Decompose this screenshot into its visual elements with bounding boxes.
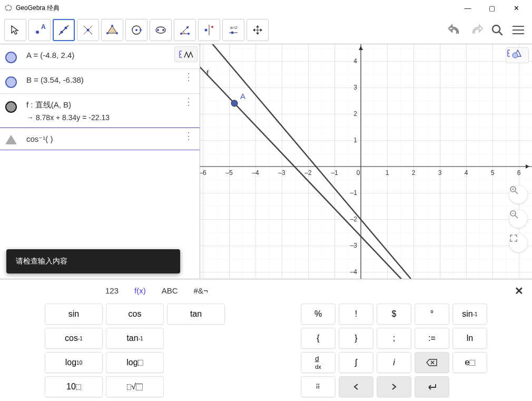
- redo-button[interactable]: [467, 21, 486, 40]
- svg-text:–4: –4: [252, 169, 259, 177]
- tool-circle[interactable]: [125, 19, 147, 41]
- key-cos[interactable]: cos: [106, 304, 164, 325]
- window-minimize-button[interactable]: —: [460, 4, 475, 12]
- key-factorial[interactable]: !: [339, 304, 373, 325]
- svg-point-10: [65, 26, 67, 29]
- key-matrix[interactable]: ⠿: [301, 376, 336, 397]
- visibility-toggle-icon[interactable]: [5, 52, 17, 63]
- graph-canvas[interactable]: –6–5–4–3–2–10123456 4321–1–2–3–4 f A: [200, 44, 532, 279]
- svg-line-36: [499, 32, 502, 35]
- svg-text:3: 3: [438, 169, 442, 177]
- key-lbrace[interactable]: {: [301, 328, 336, 349]
- algebra-panel: A = (-4.8, 2.4) B = (3.54, -6.38) ⋮ f : …: [0, 44, 200, 279]
- key-atan[interactable]: tan-1: [106, 328, 164, 349]
- row-menu-button[interactable]: ⋮: [184, 134, 193, 138]
- svg-point-28: [205, 28, 208, 31]
- row-menu-button[interactable]: ⋮: [184, 100, 193, 104]
- window-close-button[interactable]: ✕: [509, 4, 524, 12]
- key-right[interactable]: [377, 376, 411, 397]
- search-button[interactable]: [488, 21, 507, 40]
- undo-button[interactable]: [446, 21, 465, 40]
- tool-angle[interactable]: [174, 19, 196, 41]
- svg-text:4: 4: [465, 169, 468, 177]
- algebra-row-f[interactable]: f : 直线(A, B) → 8.78x + 8.34y = -22.13 ⋮: [0, 94, 200, 128]
- graphics-style-button[interactable]: [506, 47, 529, 63]
- kbd-close-button[interactable]: ✕: [515, 285, 524, 297]
- svg-text:–2: –2: [350, 216, 358, 223]
- svg-point-13: [87, 28, 90, 31]
- algebra-row-b[interactable]: B = (3.54, -6.38) ⋮: [0, 69, 200, 94]
- key-degree[interactable]: °: [415, 304, 449, 325]
- window-title: GeoGebra 经典: [16, 4, 60, 13]
- key-rbrace[interactable]: }: [339, 328, 373, 349]
- algebra-input-text[interactable]: cos⁻¹( ): [26, 133, 53, 144]
- key-sin[interactable]: sin: [45, 304, 103, 325]
- tool-slider[interactable]: a=2: [222, 19, 244, 41]
- svg-text:5: 5: [491, 169, 495, 177]
- svg-text:3: 3: [353, 84, 357, 91]
- tool-point[interactable]: A: [28, 19, 51, 41]
- visibility-toggle-icon[interactable]: [5, 101, 17, 113]
- key-assign[interactable]: :=: [415, 328, 449, 349]
- key-ln[interactable]: ln: [452, 328, 487, 349]
- svg-text:–1: –1: [350, 189, 358, 197]
- svg-text:–3: –3: [278, 169, 285, 177]
- tool-reflect[interactable]: [198, 19, 220, 41]
- key-enter[interactable]: [415, 376, 449, 397]
- window-maximize-button[interactable]: ▢: [485, 4, 499, 12]
- svg-point-15: [111, 25, 113, 27]
- key-epow[interactable]: e: [452, 352, 487, 373]
- key-log10[interactable]: log10: [45, 352, 103, 373]
- key-semicolon[interactable]: ;: [377, 328, 411, 349]
- svg-point-17: [106, 32, 109, 34]
- visibility-toggle-icon[interactable]: [5, 76, 17, 88]
- key-grid: sin cos tan % ! $ ° sin-1 cos-1 tan-1 { …: [45, 304, 487, 397]
- zoom-out-button[interactable]: [509, 209, 528, 228]
- key-dollar[interactable]: $: [377, 304, 411, 325]
- key-derivative[interactable]: ddx: [301, 352, 336, 373]
- svg-text:–6: –6: [200, 169, 206, 177]
- svg-line-70: [515, 191, 518, 194]
- tool-ellipse[interactable]: [150, 19, 172, 41]
- algebra-input-row[interactable]: cos⁻¹( ) ⋮: [0, 128, 200, 150]
- tool-move[interactable]: [4, 19, 26, 41]
- key-nroot[interactable]: √: [106, 376, 164, 397]
- algebra-row-a[interactable]: A = (-4.8, 2.4): [0, 44, 200, 69]
- kbd-tab-sym[interactable]: #&¬: [194, 286, 208, 295]
- svg-point-29: [211, 26, 213, 28]
- tool-perpendicular[interactable]: [77, 19, 99, 41]
- key-tenpow[interactable]: 10: [45, 376, 103, 397]
- svg-rect-38: [200, 44, 532, 279]
- kbd-tab-123[interactable]: 123: [105, 286, 119, 295]
- svg-text:–5: –5: [225, 169, 233, 177]
- fullscreen-button[interactable]: [509, 233, 528, 252]
- key-left[interactable]: [339, 376, 373, 397]
- svg-point-5: [6, 9, 7, 11]
- key-acos[interactable]: cos-1: [45, 328, 103, 349]
- row-menu-button[interactable]: ⋮: [184, 75, 193, 79]
- svg-point-19: [135, 29, 137, 31]
- key-percent[interactable]: %: [301, 304, 336, 325]
- tool-move-view[interactable]: [247, 19, 269, 41]
- key-backspace[interactable]: [415, 352, 449, 373]
- menu-button[interactable]: [509, 21, 528, 40]
- svg-point-24: [180, 33, 182, 35]
- graphics-view[interactable]: –6–5–4–3–2–10123456 4321–1–2–3–4 f A: [200, 44, 532, 279]
- kbd-tab-fx[interactable]: f(x): [134, 286, 146, 295]
- tool-line[interactable]: [53, 19, 75, 41]
- kbd-tab-abc[interactable]: ABC: [162, 286, 178, 295]
- tool-polygon[interactable]: [101, 19, 123, 41]
- key-i[interactable]: i: [377, 352, 411, 373]
- zoom-in-button[interactable]: [509, 185, 528, 204]
- svg-line-8: [59, 25, 68, 35]
- key-asin[interactable]: sin-1: [452, 304, 487, 325]
- key-logb[interactable]: log: [106, 352, 164, 373]
- key-tan[interactable]: tan: [167, 304, 225, 325]
- svg-marker-14: [107, 26, 117, 33]
- svg-point-0: [5, 5, 12, 11]
- svg-text:2: 2: [412, 169, 416, 177]
- svg-text:–1: –1: [331, 169, 338, 177]
- svg-text:A: A: [41, 23, 46, 31]
- svg-text:A: A: [240, 92, 245, 101]
- key-integral[interactable]: ∫: [339, 352, 373, 373]
